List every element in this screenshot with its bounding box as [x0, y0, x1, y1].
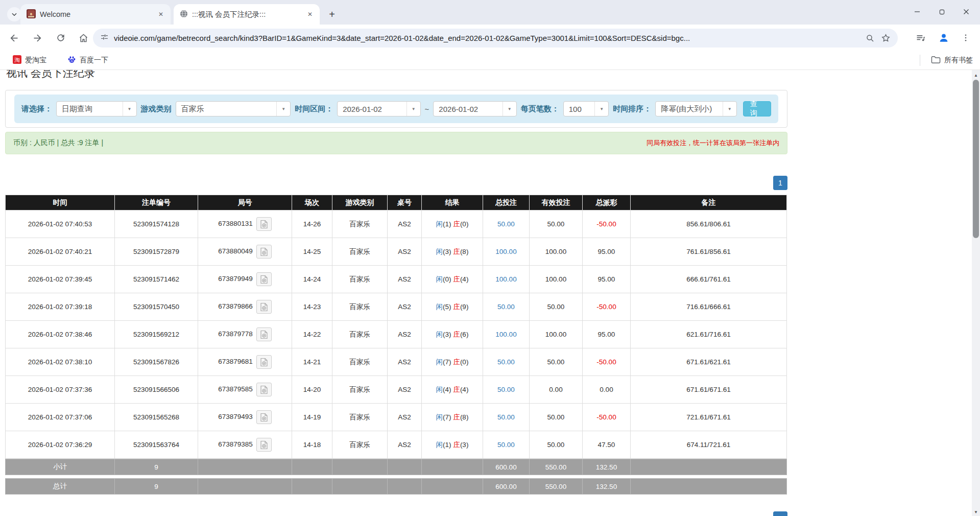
total-bet-link[interactable]: 50.00	[497, 303, 515, 311]
table-row: 2026-01-02 07:40:21 523091572879 6738800…	[6, 238, 787, 266]
cell-game: 百家乐	[332, 404, 388, 431]
cell-total-bet: 50.00	[483, 293, 530, 321]
tab-welcome[interactable]: ♠ Welcome ✕	[20, 4, 171, 25]
per-page-select[interactable]: 100 ▼	[563, 101, 609, 116]
total-bet-link[interactable]: 50.00	[497, 413, 515, 421]
reload-icon[interactable]	[53, 30, 68, 45]
cell-remark: 621.61/716.61	[631, 321, 787, 348]
video-replay-button[interactable]	[256, 410, 272, 424]
media-controls-icon[interactable]	[913, 30, 928, 45]
video-replay-button[interactable]	[256, 217, 272, 231]
cell-bet-no: 523091571462	[115, 266, 198, 293]
total-bet-link[interactable]: 50.00	[497, 386, 515, 393]
cell-game: 百家乐	[332, 293, 388, 321]
close-tab-icon[interactable]: ✕	[305, 10, 315, 19]
url-bar[interactable]: videoie.com/game/betrecord_search/kind3?…	[93, 29, 898, 48]
cell-payout: 95.00	[583, 238, 631, 266]
zoom-icon[interactable]	[866, 34, 875, 43]
total-bet-link[interactable]: 50.00	[497, 358, 515, 366]
maximize-button[interactable]	[930, 3, 953, 20]
forward-icon[interactable]	[30, 30, 45, 45]
new-tab-button[interactable]: +	[325, 7, 339, 21]
cell-result: 闲(0) 庄(4)	[422, 266, 483, 293]
scrollbar-thumb[interactable]	[973, 80, 979, 238]
minimize-button[interactable]	[905, 3, 929, 20]
result-banker[interactable]: 庄	[453, 331, 460, 338]
result-banker[interactable]: 庄	[453, 220, 460, 228]
video-replay-button[interactable]	[256, 355, 272, 369]
home-icon[interactable]	[76, 30, 91, 45]
records-table: 时间 注单编号 局号 场次 游戏类别 桌号 结果 总投注 有效投注 总派彩 备注…	[5, 195, 787, 459]
result-banker[interactable]: 庄	[453, 248, 460, 255]
page-1-button[interactable]: 1	[773, 511, 787, 516]
result-banker[interactable]: 庄	[453, 358, 460, 366]
close-button[interactable]	[954, 3, 978, 20]
video-replay-button[interactable]	[256, 327, 272, 341]
menu-icon[interactable]	[958, 30, 973, 45]
result-banker[interactable]: 庄	[453, 441, 460, 449]
date-end-select[interactable]: 2026-01-02 ▼	[433, 101, 516, 116]
welcome-favicon-icon: ♠	[27, 9, 36, 20]
total-bet-link[interactable]: 100.00	[495, 331, 516, 338]
video-replay-button[interactable]	[256, 383, 272, 396]
sort-select[interactable]: 降幂(由大到小) ▼	[655, 101, 737, 116]
cell-payout: -50.00	[583, 210, 631, 238]
result-player[interactable]: 闲	[436, 303, 443, 311]
result-banker[interactable]: 庄	[453, 303, 460, 311]
scroll-up-icon[interactable]: ▲	[972, 71, 980, 79]
result-banker[interactable]: 庄	[453, 386, 460, 393]
total-bet-link[interactable]: 50.00	[497, 441, 515, 449]
bookmark-baidu[interactable]: du 百度一下	[64, 55, 108, 65]
page-1-button[interactable]: 1	[773, 176, 787, 190]
cell-game: 百家乐	[332, 210, 388, 238]
close-tab-icon[interactable]: ✕	[156, 10, 165, 19]
result-banker[interactable]: 庄	[453, 413, 460, 421]
date-start-select[interactable]: 2026-01-02 ▼	[337, 101, 420, 116]
url-text[interactable]: videoie.com/game/betrecord_search/kind3?…	[114, 34, 859, 42]
scroll-down-icon[interactable]: ▼	[972, 508, 980, 516]
site-info-icon[interactable]	[100, 33, 109, 43]
cell-remark: 671.61/671.61	[631, 376, 787, 404]
result-player[interactable]: 闲	[436, 441, 443, 449]
result-player[interactable]: 闲	[436, 331, 443, 338]
cell-payout: 95.00	[583, 321, 631, 348]
result-banker[interactable]: 庄	[453, 275, 460, 283]
profile-icon[interactable]	[936, 30, 951, 45]
result-player[interactable]: 闲	[436, 413, 443, 421]
subtotal-count: 9	[115, 459, 198, 475]
cell-table-no: AS2	[388, 348, 422, 376]
mode-select[interactable]: 日期查询 ▼	[56, 101, 137, 116]
result-player[interactable]: 闲	[436, 358, 443, 366]
cell-bet-no: 523091572879	[115, 238, 198, 266]
cell-bet-no: 523091569212	[115, 321, 198, 348]
bookmark-star-icon[interactable]	[881, 33, 891, 43]
video-replay-button[interactable]	[256, 245, 272, 259]
video-replay-button[interactable]	[256, 272, 272, 286]
video-replay-button[interactable]	[256, 300, 272, 314]
cell-total-bet: 50.00	[483, 210, 530, 238]
total-bet-link[interactable]: 50.00	[497, 220, 515, 228]
tab-search-icon[interactable]	[7, 7, 21, 21]
back-icon[interactable]	[6, 30, 21, 45]
chevron-down-icon: ▼	[123, 102, 136, 116]
tab-betrecord[interactable]: :::视讯 会员下注纪录::: ✕	[174, 4, 320, 25]
cell-valid-bet: 50.00	[530, 210, 583, 238]
chevron-down-icon: ▼	[276, 102, 290, 116]
table-row: 2026-01-02 07:40:53 523091574128 6738801…	[6, 210, 787, 238]
total-bet-link[interactable]: 100.00	[495, 275, 516, 283]
result-player[interactable]: 闲	[436, 248, 443, 255]
taobao-icon: 淘	[13, 55, 21, 65]
result-player[interactable]: 闲	[436, 386, 443, 393]
all-bookmarks-button[interactable]: 所有书签	[920, 55, 973, 66]
game-kind-select[interactable]: 百家乐 ▼	[176, 101, 291, 116]
cell-session: 14-25	[292, 238, 332, 266]
query-button[interactable]: 查询	[743, 101, 771, 116]
total-bet-link[interactable]: 100.00	[495, 248, 516, 255]
bookmarks-bar: 淘 爱淘宝 du 百度一下 所有书签	[0, 51, 980, 70]
bookmark-taobao[interactable]: 淘 爱淘宝	[9, 55, 46, 65]
table-row: 2026-01-02 07:39:45 523091571462 6738799…	[6, 266, 787, 293]
result-player[interactable]: 闲	[436, 275, 443, 283]
result-player[interactable]: 闲	[436, 220, 443, 228]
video-replay-button[interactable]	[256, 438, 272, 452]
scrollbar[interactable]: ▲ ▼	[972, 70, 980, 516]
